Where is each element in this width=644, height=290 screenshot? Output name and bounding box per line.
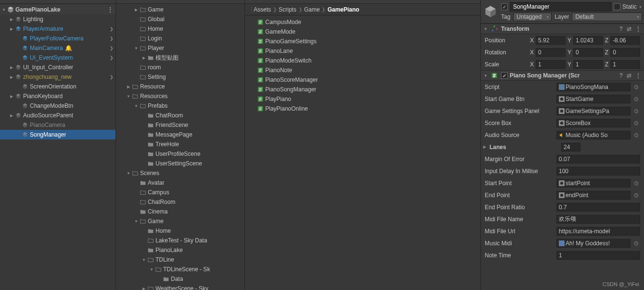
foldout-icon[interactable] bbox=[15, 55, 21, 61]
help-icon[interactable]: ? bbox=[618, 72, 624, 79]
text-field[interactable]: 0.7 bbox=[556, 203, 640, 212]
text-field[interactable]: 欢乐颂 bbox=[556, 215, 640, 224]
hierarchy-item[interactable]: Lighting bbox=[0, 14, 116, 24]
project-item[interactable]: Home bbox=[116, 24, 245, 34]
position-x-field[interactable]: 5.92 bbox=[536, 36, 566, 45]
panel-resize-handle[interactable]: ⋮ bbox=[249, 6, 252, 13]
gameobject-icon[interactable] bbox=[483, 4, 498, 19]
layer-dropdown[interactable]: Default bbox=[572, 13, 642, 21]
foldout-icon[interactable] bbox=[141, 113, 147, 118]
asset-item[interactable]: #PianoModeSwitch bbox=[245, 56, 480, 65]
object-field[interactable]: startPoint bbox=[556, 179, 631, 188]
overrides-icon[interactable]: ❯ bbox=[110, 46, 114, 50]
asset-item[interactable]: #PianoGameSettings bbox=[245, 37, 480, 46]
foldout-icon[interactable] bbox=[141, 55, 147, 61]
foldout-icon[interactable] bbox=[133, 45, 139, 51]
preset-icon[interactable]: ⇄ bbox=[626, 25, 632, 32]
x-label[interactable]: X bbox=[529, 49, 535, 56]
project-item[interactable]: Resources bbox=[116, 91, 245, 101]
hierarchy-item[interactable]: PlayerArmature❯ bbox=[0, 24, 116, 34]
hierarchy-item[interactable]: PianoKeyboard bbox=[0, 91, 116, 101]
project-item[interactable]: Global bbox=[116, 14, 245, 24]
hierarchy-item[interactable]: zhongchuang_new❯ bbox=[0, 72, 116, 82]
hierarchy-item[interactable]: MainCamera🔔❯ bbox=[0, 43, 116, 53]
foldout-icon[interactable] bbox=[141, 257, 147, 263]
foldout-icon[interactable] bbox=[9, 64, 14, 70]
menu-icon[interactable]: ⋮ bbox=[634, 72, 642, 79]
hierarchy-item[interactable]: AudioSourceParent bbox=[0, 111, 116, 120]
foldout-icon[interactable] bbox=[141, 247, 147, 253]
foldout-icon[interactable] bbox=[156, 276, 162, 282]
foldout-icon[interactable] bbox=[15, 132, 21, 138]
project-item[interactable]: WeatherScene - Sky bbox=[116, 284, 245, 290]
object-field[interactable]: Music (Audio So bbox=[556, 131, 631, 139]
foldout-icon[interactable] bbox=[9, 16, 14, 22]
position-z-field[interactable]: -8.06 bbox=[610, 36, 640, 45]
foldout-icon[interactable] bbox=[15, 84, 21, 89]
project-item[interactable]: Data bbox=[116, 274, 245, 284]
foldout-icon[interactable] bbox=[133, 36, 139, 41]
hierarchy-item[interactable]: ScreenOrientation bbox=[0, 82, 116, 91]
hierarchy-item[interactable]: ChangeModeBtn bbox=[0, 101, 116, 111]
object-picker-icon[interactable]: ⊙ bbox=[632, 240, 640, 247]
object-picker-icon[interactable]: ⊙ bbox=[632, 108, 640, 114]
tag-dropdown[interactable]: Untagged bbox=[513, 13, 552, 21]
project-item[interactable]: Avatar bbox=[116, 178, 245, 188]
hierarchy-item[interactable]: SongManager bbox=[0, 130, 116, 139]
overrides-icon[interactable]: ❯ bbox=[110, 75, 114, 79]
foldout-icon[interactable] bbox=[133, 7, 139, 13]
foldout-icon[interactable] bbox=[141, 228, 147, 234]
foldout-icon[interactable] bbox=[15, 122, 21, 128]
project-item[interactable]: 模型贴图 bbox=[116, 53, 245, 63]
project-item[interactable]: Campus bbox=[116, 188, 245, 197]
project-item[interactable]: TDLine bbox=[116, 255, 245, 265]
asset-item[interactable]: #PianoSongManager bbox=[245, 85, 480, 94]
project-item[interactable]: FriendScene bbox=[116, 120, 245, 130]
project-item[interactable]: PianoLake bbox=[116, 245, 245, 255]
object-picker-icon[interactable]: ⊙ bbox=[632, 192, 640, 199]
foldout-icon[interactable] bbox=[482, 144, 488, 150]
text-field[interactable]: https://umeta-model bbox=[556, 227, 640, 236]
foldout-icon[interactable] bbox=[126, 84, 131, 89]
component-enabled-checkbox[interactable] bbox=[501, 72, 508, 79]
x-label[interactable]: X bbox=[529, 37, 535, 44]
project-item[interactable]: Scenes bbox=[116, 168, 245, 178]
foldout-icon[interactable] bbox=[133, 16, 139, 22]
asset-item[interactable]: #CampusMode bbox=[245, 17, 480, 27]
object-picker-icon[interactable]: ⊙ bbox=[632, 120, 640, 126]
z-label[interactable]: Z bbox=[604, 37, 609, 44]
project-item[interactable]: Game bbox=[116, 216, 245, 226]
foldout-icon[interactable] bbox=[133, 209, 139, 214]
menu-icon[interactable]: ⋮ bbox=[634, 25, 642, 32]
foldout-icon[interactable] bbox=[133, 64, 139, 70]
project-item[interactable]: TDLineScene - Sk bbox=[116, 265, 245, 274]
foldout-icon[interactable] bbox=[149, 266, 155, 272]
scene-menu-icon[interactable]: ⋮ bbox=[107, 6, 114, 13]
project-item[interactable]: MessagePage bbox=[116, 130, 245, 139]
rotation-y-field[interactable]: 0 bbox=[573, 48, 603, 57]
position-y-field[interactable]: 1.0243 bbox=[573, 36, 603, 45]
foldout-icon[interactable] bbox=[141, 161, 147, 166]
help-icon[interactable]: ? bbox=[618, 25, 624, 32]
project-item[interactable]: Login bbox=[116, 34, 245, 43]
object-field[interactable]: StartGame bbox=[556, 95, 631, 103]
text-field[interactable]: 1 bbox=[556, 251, 640, 260]
static-checkbox[interactable] bbox=[614, 3, 620, 10]
enabled-checkbox[interactable] bbox=[501, 3, 508, 10]
foldout-icon[interactable] bbox=[9, 113, 14, 118]
object-field[interactable]: ScoreBox bbox=[556, 119, 631, 127]
foldout-icon[interactable] bbox=[141, 286, 147, 290]
object-field[interactable]: PianoSongMana bbox=[556, 83, 631, 91]
foldout-icon[interactable] bbox=[1, 7, 7, 13]
project-item[interactable]: TreeHole bbox=[116, 139, 245, 149]
overrides-icon[interactable]: ❯ bbox=[110, 26, 114, 31]
hierarchy-item[interactable]: PlayerFollowCamera❯ bbox=[0, 34, 116, 43]
project-item[interactable]: ChatRoom bbox=[116, 197, 245, 207]
foldout-icon[interactable] bbox=[141, 238, 147, 243]
scene-header[interactable]: GamePianoLake ⋮ bbox=[0, 5, 116, 14]
asset-item[interactable]: #PianoScoreManager bbox=[245, 75, 480, 85]
overrides-icon[interactable]: ❯ bbox=[110, 36, 114, 41]
static-dropdown-icon[interactable]: ▼ bbox=[639, 5, 642, 9]
z-label[interactable]: Z bbox=[604, 61, 609, 68]
object-picker-icon[interactable]: ⊙ bbox=[632, 132, 640, 139]
